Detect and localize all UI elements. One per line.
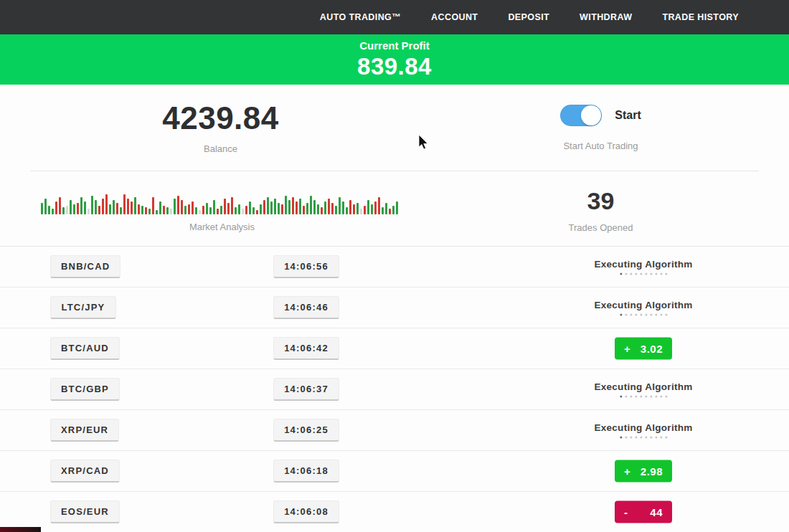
chart-bar	[356, 203, 359, 214]
chart-bar	[77, 203, 79, 214]
chart-bar	[109, 204, 111, 214]
chart-bar	[217, 209, 219, 214]
trades-list: BNB/CAD 14:06:56 Executing Algorithm LTC…	[0, 246, 789, 532]
pair-chip: LTC/JPY	[50, 296, 116, 319]
chart-bar	[367, 200, 369, 214]
chart-bar	[288, 200, 290, 214]
trades-opened-value: 39	[441, 187, 760, 215]
profit-badge: +3.02	[615, 338, 672, 360]
chart-bar	[299, 199, 301, 214]
chart-bar	[206, 203, 208, 214]
chart-bar	[163, 206, 165, 214]
nav-account[interactable]: ACCOUNT	[431, 12, 478, 22]
trade-status: Executing Algorithm	[594, 300, 692, 316]
chart-bar	[278, 203, 280, 214]
balance-label: Balance	[0, 143, 441, 154]
chart-bar	[66, 206, 68, 214]
chart-bar	[328, 199, 330, 214]
trade-row: BTC/GBP 14:06:37 Executing Algorithm	[0, 369, 789, 410]
chart-bar	[91, 196, 93, 214]
chart-bar	[62, 207, 65, 214]
chart-bar	[134, 197, 136, 214]
chart-bar	[281, 204, 283, 214]
chart-bar	[44, 199, 47, 214]
chart-bar	[285, 196, 287, 214]
chart-bar	[378, 197, 380, 214]
chart-bar	[84, 201, 86, 214]
chart-bar	[353, 204, 355, 214]
chart-bar	[116, 203, 118, 214]
chart-bar	[55, 201, 57, 214]
chart-bar	[335, 206, 337, 214]
trade-row: BNB/CAD 14:06:56 Executing Algorithm	[0, 247, 789, 288]
chart-bar	[224, 199, 226, 214]
chart-bar	[48, 206, 50, 214]
chart-bar	[41, 203, 43, 214]
chart-bar	[252, 207, 255, 214]
progress-dots	[594, 396, 692, 398]
chart-bar	[127, 199, 129, 214]
pair-chip: EOS/EUR	[50, 500, 120, 523]
trade-status: +2.98	[615, 460, 672, 483]
chart-bar	[209, 207, 212, 214]
nav-withdraw[interactable]: WITHDRAW	[580, 12, 632, 22]
chart-bar	[310, 196, 312, 214]
current-profit-banner: Current Profit 839.84	[0, 34, 789, 85]
market-analysis-chart	[41, 190, 403, 214]
chart-bar	[138, 204, 140, 214]
executing-algorithm-label: Executing Algorithm	[594, 381, 692, 392]
chart-bar	[371, 204, 373, 214]
trade-row: XRP/CAD 14:06:18 +2.98	[0, 451, 789, 492]
nav-deposit[interactable]: DEPOSIT	[508, 12, 549, 22]
pair-chip: BTC/GBP	[50, 378, 120, 401]
toggle-start-label: Start	[615, 109, 641, 122]
chart-bar	[249, 201, 251, 214]
time-chip: 14:06:46	[273, 296, 339, 319]
chart-bar	[88, 209, 90, 214]
chart-bar	[120, 207, 122, 214]
trade-status: Executing Algorithm	[594, 422, 692, 439]
chart-bar	[324, 201, 326, 214]
chart-bar	[59, 197, 61, 214]
chart-bar	[385, 203, 387, 214]
executing-algorithm-label: Executing Algorithm	[594, 259, 692, 270]
chart-bar	[177, 196, 179, 214]
chart-bar	[123, 194, 126, 214]
chart-bar	[245, 206, 247, 214]
chart-bar	[145, 207, 147, 214]
chart-bar	[364, 206, 366, 214]
trade-row: LTC/JPY 14:06:46 Executing Algorithm	[0, 288, 789, 328]
nav-trade-history[interactable]: TRADE HISTORY	[662, 12, 739, 22]
chart-bar	[321, 207, 323, 214]
chart-bar	[184, 206, 186, 214]
chart-bar	[141, 206, 143, 214]
chart-bar	[331, 203, 334, 214]
chart-bar	[181, 200, 183, 214]
chart-bar	[260, 204, 262, 214]
chart-bar	[73, 204, 75, 214]
chart-bar	[95, 200, 97, 214]
chart-bar	[70, 200, 72, 214]
auto-trading-toggle[interactable]	[560, 105, 602, 126]
time-chip: 14:06:08	[273, 500, 339, 523]
chart-bar	[174, 199, 176, 214]
chart-bar	[396, 201, 398, 214]
chart-bar	[113, 200, 115, 214]
market-analysis-section: Market Analysis 39 Trades Opened	[0, 171, 789, 246]
progress-dots	[594, 273, 692, 275]
bottom-left-dark-strip	[0, 527, 41, 532]
chart-bar	[342, 201, 344, 214]
time-chip: 14:06:37	[273, 378, 339, 401]
chart-bar	[80, 197, 82, 214]
chart-bar	[170, 209, 172, 214]
toggle-knob	[581, 105, 601, 125]
trade-row: EOS/EUR 14:06:08 -44	[0, 492, 789, 532]
trade-status: Executing Algorithm	[594, 259, 692, 275]
chart-bar	[192, 201, 194, 214]
chart-bar	[202, 206, 204, 214]
time-chip: 14:06:42	[273, 337, 339, 360]
auto-trading-page: AUTO TRADING™ ACCOUNT DEPOSIT WITHDRAW T…	[0, 0, 789, 532]
nav-auto-trading[interactable]: AUTO TRADING™	[320, 12, 401, 22]
chart-bar	[296, 201, 298, 214]
executing-algorithm-label: Executing Algorithm	[594, 300, 692, 310]
